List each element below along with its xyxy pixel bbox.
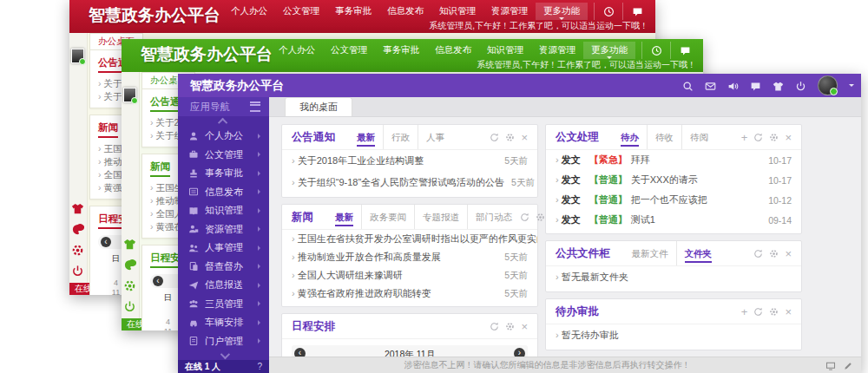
sidebar-item-document-mgmt[interactable]: 公文管理 (178, 146, 269, 165)
sidebar-item-approval[interactable]: 事务审批 (178, 164, 269, 183)
message-icon[interactable] (670, 42, 699, 59)
sidebar-item-info-report[interactable]: 信息报送 (178, 276, 269, 295)
nav-item-info-publish[interactable]: 信息发布 (427, 42, 479, 59)
avatar[interactable] (818, 75, 838, 95)
settings-gear-icon[interactable] (769, 245, 779, 261)
settings-gear-icon[interactable] (536, 209, 545, 225)
scroll-up-chevron[interactable] (178, 116, 269, 127)
nav-item-approval[interactable]: 事务审批 (327, 3, 379, 20)
tab-todo[interactable]: 待办 (613, 125, 647, 149)
fullscreen-icon[interactable] (825, 357, 836, 373)
menu-icon[interactable] (250, 101, 260, 112)
doc-item[interactable]: 发文【普通】把一个也不应该把10-12 (546, 190, 801, 210)
close-icon[interactable] (785, 133, 792, 142)
notice-item[interactable]: 关于2018年工业企业结构调整5天前 (282, 150, 537, 172)
news-item[interactable]: 全国人大调研组来豫调研5天前 (282, 266, 537, 285)
help-button[interactable]: ? (257, 362, 262, 371)
nav-item-resource[interactable]: 资源管理 (531, 42, 583, 59)
close-icon[interactable] (785, 249, 792, 258)
refresh-icon[interactable] (490, 318, 499, 334)
tab-hr[interactable]: 人事 (418, 125, 452, 149)
tab-latest-files[interactable]: 最新文件 (624, 241, 676, 265)
avatar[interactable] (123, 88, 136, 102)
clock-icon[interactable] (594, 3, 622, 20)
power-icon[interactable] (71, 263, 84, 278)
settings-gear-icon[interactable] (769, 129, 779, 145)
tab-folders[interactable]: 文件夹 (676, 241, 720, 265)
sidebar-item-info-publish[interactable]: 信息发布 (178, 183, 269, 202)
tab-special-report[interactable]: 专题报道 (414, 205, 467, 229)
sidebar-item-portal-mgmt[interactable]: 门户管理 (178, 332, 269, 351)
nav-item-approval[interactable]: 事务审批 (375, 42, 427, 59)
nav-item-personal-office[interactable]: 个人办公 (271, 42, 323, 59)
notice-item[interactable]: 关于组织“9-18”全省人民防空警报试鸣活动的公告5天前 (282, 172, 537, 193)
tab-my-desktop[interactable]: 我的桌面 (285, 97, 352, 116)
message-icon[interactable] (750, 78, 761, 94)
sidebar-item-knowledge-mgmt[interactable]: 知识管理 (178, 201, 269, 220)
settings-gear-icon[interactable] (769, 304, 779, 319)
prev-month-button[interactable] (153, 276, 163, 286)
settings-gear-icon[interactable] (123, 278, 136, 293)
avatar[interactable] (71, 49, 84, 63)
message-icon[interactable] (622, 3, 651, 20)
refresh-icon[interactable] (753, 245, 763, 261)
close-icon[interactable] (521, 133, 528, 142)
tab-to-receive[interactable]: 待收 (647, 125, 681, 149)
sidebar-header-label: 应用导航 (190, 101, 230, 114)
prev-month-button[interactable] (101, 237, 111, 247)
doc-item[interactable]: 发文【普通】关于XXX的请示10-17 (546, 170, 801, 190)
sidebar-item-supervision[interactable]: 督查督办 (178, 258, 269, 277)
sidebar-item-resource-mgmt[interactable]: 资源管理 (178, 220, 269, 239)
refresh-icon[interactable] (753, 129, 763, 145)
speaker-icon[interactable] (727, 78, 739, 94)
tab-latest[interactable]: 最新 (349, 125, 383, 149)
header-icon-group (594, 3, 651, 20)
search-icon[interactable] (682, 78, 694, 94)
nav-item-personal-office[interactable]: 个人办公 (223, 3, 275, 20)
doc-item[interactable]: 发文【普通】测试109-14 (546, 210, 801, 230)
nav-item-knowledge[interactable]: 知识管理 (479, 42, 531, 59)
palette-icon[interactable] (123, 257, 136, 272)
settings-gear-icon[interactable] (505, 129, 515, 145)
doc-item[interactable]: 发文【紧急】拜拜10-17 (546, 150, 801, 170)
mail-icon[interactable] (705, 78, 716, 94)
news-item[interactable]: 王国生在省扶贫开发办公室调研时指出以更严的作风更实的举措抓好脱...5天前 (282, 230, 537, 248)
power-icon[interactable] (123, 298, 136, 314)
add-icon[interactable] (741, 133, 748, 142)
theme-shirt-icon[interactable] (773, 78, 784, 94)
sidebar-item-three-roles[interactable]: 三员管理 (178, 295, 269, 314)
clock-icon[interactable] (641, 42, 670, 59)
nav-item-resource[interactable]: 资源管理 (483, 3, 536, 20)
nav-item-knowledge[interactable]: 知识管理 (431, 3, 483, 20)
nav-item-document-mgmt[interactable]: 公文管理 (323, 42, 375, 59)
nav-item-more[interactable]: 更多功能 (536, 3, 588, 20)
news-item[interactable]: 推动制造业开放合作和高质量发展5天前 (282, 248, 537, 266)
nav-item-info-publish[interactable]: 信息发布 (379, 3, 431, 20)
settings-gear-icon[interactable] (505, 318, 515, 334)
tab-department[interactable]: 部门动态 (467, 205, 520, 229)
add-icon[interactable] (741, 307, 748, 317)
tab-gov-news[interactable]: 政务要闻 (361, 205, 414, 229)
tab-administrative[interactable]: 行政 (383, 125, 418, 149)
chevron-down-icon[interactable] (849, 84, 854, 89)
palette-icon[interactable] (71, 221, 84, 237)
close-icon[interactable] (785, 307, 792, 317)
power-icon[interactable] (795, 78, 806, 94)
sidebar-item-hr-mgmt[interactable]: 人事管理 (178, 239, 269, 258)
theme-shirt-icon[interactable] (71, 200, 84, 216)
nav-item-document-mgmt[interactable]: 公文管理 (275, 3, 327, 20)
edit-pencil-icon[interactable] (843, 357, 853, 373)
refresh-icon[interactable] (753, 304, 763, 319)
news-item[interactable]: 黄强在省政府推进政府职能转变5天前 (282, 285, 537, 303)
refresh-icon[interactable] (490, 129, 499, 145)
nav-item-more[interactable]: 更多功能 (583, 42, 635, 59)
settings-gear-icon[interactable] (71, 242, 84, 258)
tab-latest[interactable]: 最新 (327, 205, 361, 229)
panel-doc-processing: 公文处理 待办 待收 待阅 发文【紧急】拜拜10- (545, 124, 802, 234)
sidebar-item-vehicle[interactable]: 车辆安排 (178, 313, 269, 332)
tab-to-read[interactable]: 待阅 (681, 125, 716, 149)
sidebar-item-personal-office[interactable]: 个人办公 (178, 127, 269, 146)
theme-shirt-icon[interactable] (123, 236, 136, 252)
refresh-icon[interactable] (520, 209, 529, 225)
close-icon[interactable] (521, 322, 528, 331)
